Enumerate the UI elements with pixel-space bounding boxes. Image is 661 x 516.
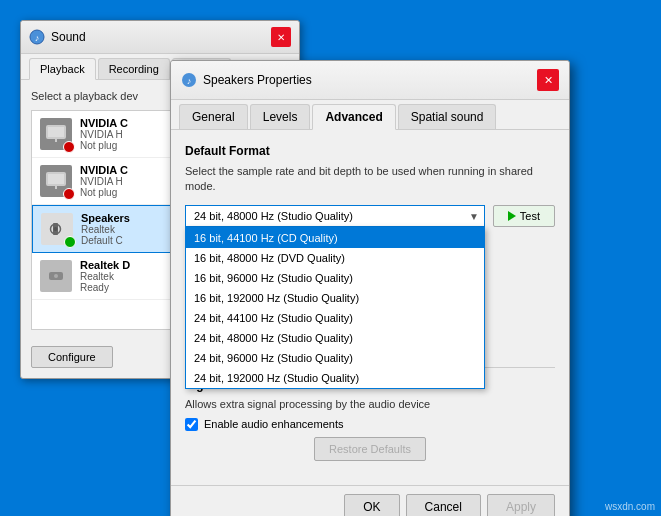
dropdown-item-6[interactable]: 24 bit, 96000 Hz (Studio Quality) — [186, 348, 484, 368]
dropdown-item-4[interactable]: 24 bit, 44100 Hz (Studio Quality) — [186, 308, 484, 328]
device-sub-speakers: Realtek — [81, 224, 130, 235]
enable-enhancements-checkbox[interactable] — [185, 418, 198, 431]
device-icon-speakers — [41, 213, 73, 245]
sound-icon: ♪ — [29, 29, 45, 45]
device-name-realtek: Realtek D — [80, 259, 130, 271]
device-icon-nvidia1 — [40, 118, 72, 150]
restore-defaults-button[interactable]: Restore Defaults — [314, 437, 426, 461]
device-info-speakers: Speakers Realtek Default C — [81, 212, 130, 246]
restore-row: Restore Defaults — [185, 431, 555, 463]
svg-rect-5 — [47, 173, 65, 185]
device-name-speakers: Speakers — [81, 212, 130, 224]
apply-button[interactable]: Apply — [487, 494, 555, 516]
speakers-tab-spatial[interactable]: Spatial sound — [398, 104, 497, 129]
dropdown-item-3[interactable]: 16 bit, 192000 Hz (Studio Quality) — [186, 288, 484, 308]
watermark: wsxdn.com — [605, 501, 655, 512]
speakers-tab-advanced[interactable]: Advanced — [312, 104, 395, 130]
default-format-desc: Select the sample rate and bit depth to … — [185, 164, 555, 195]
dropdown-item-0[interactable]: 16 bit, 44100 Hz (CD Quality) — [186, 228, 484, 248]
device-sub2-nvidia1: Not plug — [80, 140, 128, 151]
sound-tab-playback[interactable]: Playback — [29, 58, 96, 80]
device-name-nvidia1: NVIDIA C — [80, 117, 128, 129]
speakers-titlebar: ♪ Speakers Properties ✕ — [171, 61, 569, 100]
sound-titlebar: ♪ Sound ✕ — [21, 21, 299, 54]
enable-enhancements-label[interactable]: Enable audio enhancements — [185, 418, 555, 431]
dropdown-item-2[interactable]: 16 bit, 96000 Hz (Studio Quality) — [186, 268, 484, 288]
svg-point-12 — [54, 274, 58, 278]
svg-text:♪: ♪ — [35, 33, 40, 43]
device-sub-nvidia1: NVIDIA H — [80, 129, 128, 140]
dropdown-item-5[interactable]: 24 bit, 48000 Hz (Studio Quality) — [186, 328, 484, 348]
format-select-wrapper: 24 bit, 48000 Hz (Studio Quality) ▼ 16 b… — [185, 205, 485, 227]
speakers-content: Default Format Select the sample rate an… — [171, 130, 569, 477]
status-badge-red1 — [63, 141, 75, 153]
speakers-tabs: General Levels Advanced Spatial sound — [171, 100, 569, 130]
signal-desc: Allows extra signal processing by the au… — [185, 398, 555, 410]
status-badge-red2 — [63, 188, 75, 200]
device-sub2-speakers: Default C — [81, 235, 130, 246]
device-info-realtek: Realtek D Realtek Ready — [80, 259, 130, 293]
default-format-title: Default Format — [185, 144, 555, 158]
device-sub2-nvidia2: Not plug — [80, 187, 128, 198]
sound-close-button[interactable]: ✕ — [271, 27, 291, 47]
device-icon-realtek — [40, 260, 72, 292]
dropdown-list: 16 bit, 44100 Hz (CD Quality) 16 bit, 48… — [185, 227, 485, 389]
realtek-icon — [44, 264, 68, 288]
sound-title-left: ♪ Sound — [29, 29, 86, 45]
speakers-title-left: ♪ Speakers Properties — [181, 72, 312, 88]
ok-button[interactable]: OK — [344, 494, 399, 516]
dropdown-item-1[interactable]: 16 bit, 48000 Hz (DVD Quality) — [186, 248, 484, 268]
device-sub-nvidia2: NVIDIA H — [80, 176, 128, 187]
sound-tab-recording[interactable]: Recording — [98, 58, 170, 79]
speakers-dialog-icon: ♪ — [181, 72, 197, 88]
svg-text:♪: ♪ — [187, 76, 192, 86]
speakers-dialog: ♪ Speakers Properties ✕ General Levels A… — [170, 60, 570, 516]
device-name-nvidia2: NVIDIA C — [80, 164, 128, 176]
device-info-nvidia1: NVIDIA C NVIDIA H Not plug — [80, 117, 128, 151]
device-icon-nvidia2 — [40, 165, 72, 197]
play-icon — [508, 211, 516, 221]
device-sub2-realtek: Ready — [80, 282, 130, 293]
enable-enhancements-text: Enable audio enhancements — [204, 418, 343, 430]
status-badge-green — [64, 236, 76, 248]
speakers-tab-levels[interactable]: Levels — [250, 104, 311, 129]
format-select-display[interactable]: 24 bit, 48000 Hz (Studio Quality) — [185, 205, 485, 227]
configure-button[interactable]: Configure — [31, 346, 113, 368]
test-button-label: Test — [520, 210, 540, 222]
speakers-dialog-title: Speakers Properties — [203, 73, 312, 87]
speakers-tab-general[interactable]: General — [179, 104, 248, 129]
test-button[interactable]: Test — [493, 205, 555, 227]
dialog-footer: OK Cancel Apply — [171, 485, 569, 516]
speakers-close-button[interactable]: ✕ — [537, 69, 559, 91]
sound-dialog-title: Sound — [51, 30, 86, 44]
dropdown-item-7[interactable]: 24 bit, 192000 Hz (Studio Quality) — [186, 368, 484, 388]
device-info-nvidia2: NVIDIA C NVIDIA H Not plug — [80, 164, 128, 198]
device-sub-realtek: Realtek — [80, 271, 130, 282]
svg-rect-2 — [47, 126, 65, 138]
svg-point-10 — [54, 227, 58, 231]
cancel-button[interactable]: Cancel — [406, 494, 481, 516]
format-row: 24 bit, 48000 Hz (Studio Quality) ▼ 16 b… — [185, 205, 555, 227]
